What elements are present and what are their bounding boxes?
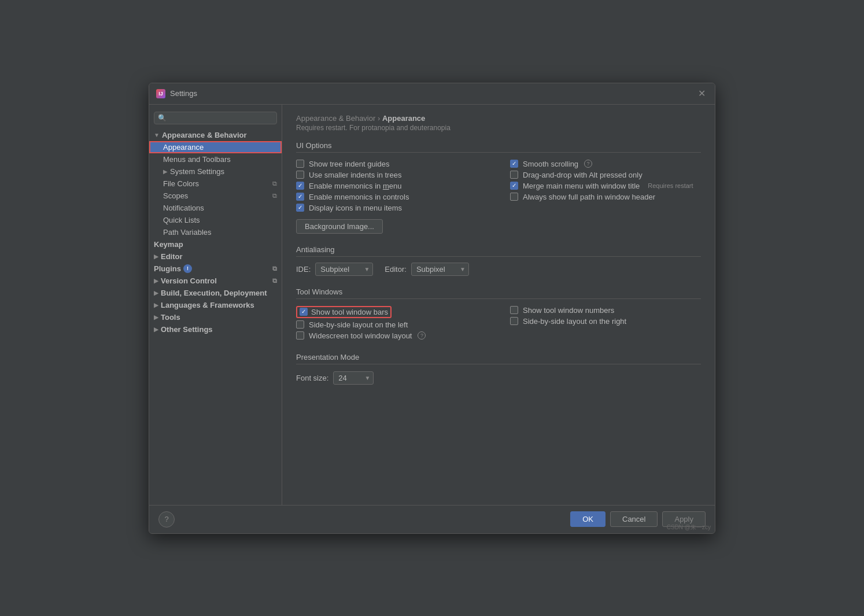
antialiasing-row: IDE: Subpixel Greyscale None ▼ Editor: bbox=[296, 263, 701, 276]
breadcrumb: Appearance & Behavior › Appearance bbox=[296, 114, 701, 123]
smooth-scrolling-help-icon[interactable]: ? bbox=[584, 160, 592, 168]
copy-icon-file-colors: ⧉ bbox=[272, 180, 277, 187]
search-input[interactable] bbox=[169, 114, 273, 122]
option-enable-mnemonics-controls: Enable mnemonics in controls bbox=[296, 191, 487, 202]
collapse-icon: ▼ bbox=[154, 132, 160, 138]
label-merge-main-menu: Merge main menu with window title bbox=[523, 182, 640, 190]
label-display-icons-menu: Display icons in menu items bbox=[309, 204, 402, 212]
title-bar: IJ Settings ✕ bbox=[149, 83, 715, 105]
bottom-bar: ? OK Cancel Apply bbox=[149, 505, 715, 533]
checkbox-show-tool-window-numbers[interactable] bbox=[510, 306, 518, 314]
option-enable-mnemonics-menu: Enable mnemonics in menu bbox=[296, 180, 487, 191]
label-always-show-full-path: Always show full path in window header bbox=[523, 193, 655, 201]
tool-windows-right: Show tool window numbers Side-by-side la… bbox=[510, 305, 701, 341]
antialiasing-title: Antialiasing bbox=[296, 245, 701, 257]
label-side-by-side-right: Side-by-side layout on the right bbox=[523, 317, 626, 326]
main-content: Appearance & Behavior › Appearance Requi… bbox=[282, 105, 715, 505]
option-show-tree-indent: Show tree indent guides bbox=[296, 158, 487, 169]
ide-antialiasing: IDE: Subpixel Greyscale None ▼ bbox=[296, 263, 373, 276]
presentation-mode-title: Presentation Mode bbox=[296, 353, 701, 364]
ui-options-title: UI Options bbox=[296, 141, 701, 153]
presentation-mode-section: Presentation Mode Font size: 16 18 20 22… bbox=[296, 353, 701, 386]
label-widescreen-layout: Widescreen tool window layout bbox=[309, 331, 412, 340]
editor-antialiasing: Editor: Subpixel Greyscale None ▼ bbox=[385, 263, 469, 276]
close-button[interactable]: ✕ bbox=[696, 88, 708, 99]
label-smooth-scrolling: Smooth scrolling bbox=[523, 160, 578, 168]
tool-windows-section: Tool Windows Show tool window bars Side-… bbox=[296, 287, 701, 341]
tool-windows-title: Tool Windows bbox=[296, 287, 701, 299]
checkbox-smaller-indents[interactable] bbox=[296, 171, 304, 179]
checkbox-show-tool-window-bars[interactable] bbox=[300, 308, 308, 316]
checkbox-merge-main-menu[interactable] bbox=[510, 182, 518, 190]
expand-icon-vc: ▶ bbox=[154, 278, 158, 284]
ui-options-right: Smooth scrolling ? Drag-and-drop with Al… bbox=[510, 158, 701, 213]
checkbox-enable-mnemonics-menu[interactable] bbox=[296, 182, 304, 190]
option-widescreen-layout: Widescreen tool window layout ? bbox=[296, 330, 487, 341]
sidebar-item-menus-toolbars[interactable]: Menus and Toolbars bbox=[149, 153, 282, 165]
checkbox-drag-drop-alt[interactable] bbox=[510, 171, 518, 179]
option-show-tool-window-numbers: Show tool window numbers bbox=[510, 305, 701, 316]
copy-icon-vc: ⧉ bbox=[272, 277, 277, 285]
sidebar-item-appearance[interactable]: Appearance bbox=[149, 141, 282, 153]
label-show-tool-window-numbers: Show tool window numbers bbox=[523, 306, 614, 315]
sidebar-item-path-variables[interactable]: Path Variables bbox=[149, 226, 282, 238]
label-enable-mnemonics-controls: Enable mnemonics in controls bbox=[309, 193, 409, 201]
sidebar-section-keymap[interactable]: Keymap bbox=[149, 238, 282, 250]
sidebar-item-scopes[interactable]: Scopes ⧉ bbox=[149, 190, 282, 202]
antialiasing-section: Antialiasing IDE: Subpixel Greyscale Non… bbox=[296, 245, 701, 276]
label-show-tree-indent: Show tree indent guides bbox=[309, 160, 389, 168]
requires-restart-label: Requires restart bbox=[648, 182, 693, 189]
checkbox-smooth-scrolling[interactable] bbox=[510, 160, 518, 168]
font-size-label: Font size: bbox=[296, 374, 328, 382]
copy-icon-scopes: ⧉ bbox=[272, 192, 277, 200]
checkbox-widescreen-layout[interactable] bbox=[296, 331, 304, 340]
checkbox-side-by-side-left[interactable] bbox=[296, 320, 304, 329]
label-enable-mnemonics-menu: Enable mnemonics in menu bbox=[309, 182, 401, 190]
sidebar-section-other[interactable]: ▶ Other Settings bbox=[149, 323, 282, 335]
option-display-icons-menu: Display icons in menu items bbox=[296, 202, 487, 213]
editor-antialiasing-select[interactable]: Subpixel Greyscale None bbox=[411, 263, 469, 276]
sidebar-item-notifications[interactable]: Notifications bbox=[149, 202, 282, 214]
label-smaller-indents: Use smaller indents in trees bbox=[309, 171, 401, 179]
ui-options-left: Show tree indent guides Use smaller inde… bbox=[296, 158, 487, 213]
sidebar-item-file-colors[interactable]: File Colors ⧉ bbox=[149, 178, 282, 190]
widescreen-help-icon[interactable]: ? bbox=[418, 331, 426, 340]
checkbox-show-tree-indent[interactable] bbox=[296, 160, 304, 168]
checkbox-side-by-side-right[interactable] bbox=[510, 317, 518, 325]
option-side-by-side-right: Side-by-side layout on the right bbox=[510, 316, 701, 327]
sidebar-item-quick-lists[interactable]: Quick Lists bbox=[149, 214, 282, 226]
sidebar-section-appearance-behavior[interactable]: ▼ Appearance & Behavior bbox=[149, 129, 282, 141]
sidebar-section-editor[interactable]: ▶ Editor bbox=[149, 250, 282, 263]
plugins-badge: ! bbox=[183, 264, 192, 273]
option-merge-main-menu: Merge main menu with window title Requir… bbox=[510, 180, 701, 191]
title-bar-left: IJ Settings bbox=[156, 89, 197, 98]
background-image-button[interactable]: Background Image... bbox=[296, 219, 383, 234]
sidebar-section-version-control[interactable]: ▶ Version Control ⧉ bbox=[149, 275, 282, 287]
cancel-button[interactable]: Cancel bbox=[610, 511, 658, 527]
option-smaller-indents: Use smaller indents in trees bbox=[296, 169, 487, 180]
checkbox-display-icons-menu[interactable] bbox=[296, 204, 304, 212]
font-size-select[interactable]: 16 18 20 22 24 26 28 32 bbox=[333, 371, 374, 385]
watermark: CSDN @朱一zcy bbox=[667, 523, 711, 532]
ide-antialiasing-select[interactable]: Subpixel Greyscale None bbox=[315, 263, 373, 276]
search-box[interactable]: 🔍 bbox=[154, 112, 277, 124]
font-size-select-wrapper: 16 18 20 22 24 26 28 32 ▼ bbox=[333, 371, 374, 385]
editor-select-wrapper: Subpixel Greyscale None ▼ bbox=[411, 263, 469, 276]
expand-icon-tools: ▶ bbox=[154, 314, 158, 320]
sidebar-item-system-settings[interactable]: ▶ System Settings bbox=[149, 165, 282, 178]
checkbox-enable-mnemonics-controls[interactable] bbox=[296, 193, 304, 201]
show-tool-window-bars-highlight: Show tool window bars bbox=[296, 306, 392, 318]
settings-dialog: IJ Settings ✕ 🔍 ▼ Appearance & Behavior … bbox=[149, 83, 715, 534]
sidebar-section-tools[interactable]: ▶ Tools bbox=[149, 311, 282, 323]
sidebar-section-plugins[interactable]: Plugins ! ⧉ bbox=[149, 263, 282, 275]
ui-options-section: UI Options Show tree indent guides Use s… bbox=[296, 141, 701, 234]
expand-icon-editor: ▶ bbox=[154, 253, 158, 260]
dialog-title: Settings bbox=[170, 89, 197, 98]
tool-windows-grid: Show tool window bars Side-by-side layou… bbox=[296, 305, 701, 341]
help-button[interactable]: ? bbox=[158, 511, 175, 528]
app-icon: IJ bbox=[156, 89, 165, 98]
sidebar-section-languages[interactable]: ▶ Languages & Frameworks bbox=[149, 299, 282, 311]
checkbox-always-show-full-path[interactable] bbox=[510, 193, 518, 201]
sidebar-section-build[interactable]: ▶ Build, Execution, Deployment bbox=[149, 287, 282, 299]
ok-button[interactable]: OK bbox=[570, 511, 605, 527]
